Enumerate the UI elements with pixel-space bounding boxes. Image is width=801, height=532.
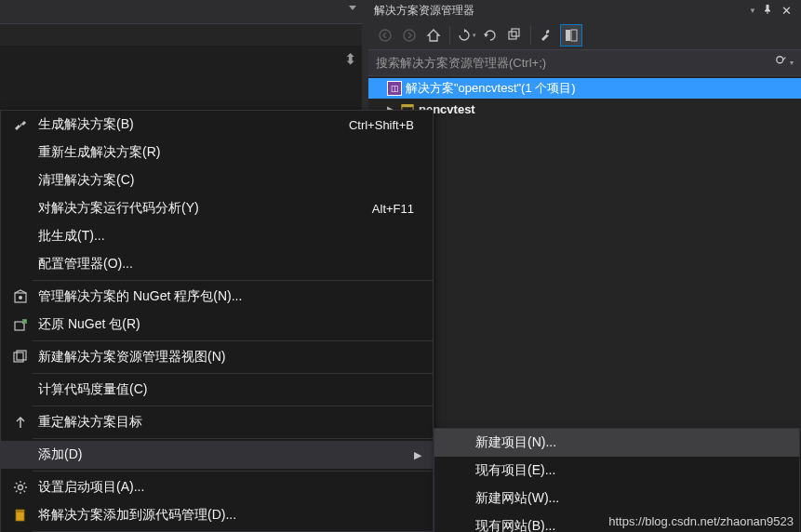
menu-label: 配置管理器(O)... bbox=[38, 256, 425, 273]
submenu-arrow-icon: ▶ bbox=[414, 449, 425, 461]
properties-icon[interactable] bbox=[536, 24, 558, 47]
solution-icon: ◫ bbox=[387, 81, 402, 96]
toolbar-separator bbox=[449, 26, 450, 45]
menu-item[interactable]: 将解决方案添加到源代码管理(D)... bbox=[1, 501, 433, 529]
split-icon[interactable]: ⬍ bbox=[344, 50, 356, 68]
nuget-icon bbox=[8, 289, 33, 304]
left-subtoolbar bbox=[0, 24, 362, 47]
menu-label: 清理解决方案(C) bbox=[38, 172, 425, 189]
watermark: https://blog.csdn.net/zhaonan9523 bbox=[608, 514, 794, 528]
refresh-icon[interactable] bbox=[479, 24, 501, 47]
menu-shortcut: Ctrl+Shift+B bbox=[349, 118, 425, 132]
submenu-item[interactable]: 新建项目(N)... bbox=[434, 429, 799, 457]
menu-label: 管理解决方案的 NuGet 程序包(N)... bbox=[38, 288, 425, 305]
menu-label: 将解决方案添加到源代码管理(D)... bbox=[38, 507, 425, 524]
menu-separator bbox=[33, 340, 433, 341]
menu-item[interactable]: 管理解决方案的 NuGet 程序包(N)... bbox=[1, 283, 433, 311]
menu-label: 生成解决方案(B) bbox=[38, 116, 349, 133]
menu-item[interactable]: 设置启动项目(A)... bbox=[1, 473, 433, 501]
menu-item[interactable]: 重新生成解决方案(R) bbox=[1, 139, 433, 166]
toolbar-separator bbox=[530, 26, 531, 45]
menu-item[interactable]: 批生成(T)... bbox=[1, 222, 433, 250]
menu-label: 对解决方案运行代码分析(Y) bbox=[38, 200, 372, 217]
sync-icon[interactable]: ▾ bbox=[455, 24, 477, 47]
menu-item[interactable]: 添加(D)▶ bbox=[1, 441, 433, 469]
submenu-item[interactable]: 新建网站(W)... bbox=[434, 485, 799, 512]
svg-rect-19 bbox=[16, 510, 24, 512]
build-icon bbox=[8, 117, 33, 132]
left-toolbar bbox=[0, 0, 362, 24]
menu-label: 添加(D) bbox=[38, 446, 414, 463]
submenu-label: 现有项目(E)... bbox=[475, 462, 792, 479]
menu-shortcut: Alt+F11 bbox=[372, 202, 425, 216]
restore-icon bbox=[8, 317, 33, 332]
menu-label: 重定解决方案目标 bbox=[38, 414, 425, 431]
menu-separator bbox=[33, 471, 433, 472]
toolbar-dropdown-icon[interactable] bbox=[349, 6, 356, 10]
svg-rect-4 bbox=[566, 30, 570, 41]
menu-separator bbox=[33, 438, 433, 439]
solution-explorer-titlebar: 解决方案资源管理器 ▼ ✕ bbox=[368, 0, 801, 20]
editor-body: ⬍ bbox=[0, 47, 362, 119]
submenu-label: 新建项目(N)... bbox=[475, 434, 792, 451]
menu-item[interactable]: 重定解决方案目标 bbox=[1, 408, 433, 436]
solution-explorer-toolbar: ▾ bbox=[368, 20, 801, 50]
panel-menu-dropdown[interactable]: ▼ bbox=[747, 7, 758, 15]
gear-icon bbox=[8, 480, 33, 495]
solution-explorer-search[interactable]: 搜索解决方案资源管理器(Ctrl+;) ▾ bbox=[368, 50, 801, 76]
menu-label: 批生成(T)... bbox=[38, 228, 425, 245]
retarget-icon bbox=[8, 415, 33, 430]
show-all-icon[interactable] bbox=[560, 24, 582, 47]
menu-item[interactable]: 清理解决方案(C) bbox=[1, 166, 433, 194]
newview-icon bbox=[8, 350, 33, 365]
menu-label: 设置启动项目(A)... bbox=[38, 479, 425, 496]
menu-label: 计算代码度量值(C) bbox=[38, 381, 425, 398]
forward-icon[interactable] bbox=[398, 24, 421, 47]
menu-separator bbox=[33, 280, 433, 281]
menu-label: 新建解决方案资源管理器视图(N) bbox=[38, 349, 425, 366]
menu-item[interactable]: 生成解决方案(B)Ctrl+Shift+B bbox=[1, 111, 433, 139]
menu-item[interactable]: 配置管理器(O)... bbox=[1, 250, 433, 278]
close-icon[interactable]: ✕ bbox=[777, 4, 795, 18]
submenu-label: 新建网站(W)... bbox=[475, 490, 792, 507]
menu-label: 重新生成解决方案(R) bbox=[38, 144, 425, 161]
menu-separator bbox=[33, 373, 433, 374]
home-icon[interactable] bbox=[422, 24, 445, 47]
menu-item[interactable]: 计算代码度量值(C) bbox=[1, 376, 433, 404]
svg-line-10 bbox=[20, 124, 21, 126]
svg-rect-9 bbox=[402, 105, 413, 108]
solution-context-menu: 生成解决方案(B)Ctrl+Shift+B重新生成解决方案(R)清理解决方案(C… bbox=[0, 110, 434, 532]
search-dropdown-icon[interactable]: ▾ bbox=[790, 59, 794, 67]
menu-item[interactable]: 对解决方案运行代码分析(Y)Alt+F11 bbox=[1, 194, 433, 222]
svg-point-0 bbox=[380, 30, 391, 41]
collapse-all-icon[interactable] bbox=[503, 24, 526, 47]
svg-rect-3 bbox=[512, 29, 519, 36]
menu-label: 还原 NuGet 包(R) bbox=[38, 316, 425, 333]
back-icon[interactable] bbox=[374, 24, 396, 47]
solution-label: 解决方案"opencvtest"(1 个项目) bbox=[406, 80, 576, 97]
source-icon bbox=[8, 508, 33, 523]
solution-explorer-title: 解决方案资源管理器 bbox=[374, 3, 747, 19]
svg-point-12 bbox=[19, 296, 22, 299]
menu-item[interactable]: 还原 NuGet 包(R) bbox=[1, 311, 433, 339]
submenu-item[interactable]: 现有项目(E)... bbox=[434, 457, 799, 485]
menu-separator bbox=[33, 406, 433, 406]
svg-rect-5 bbox=[571, 30, 577, 41]
search-placeholder: 搜索解决方案资源管理器(Ctrl+;) bbox=[376, 55, 775, 72]
menu-item[interactable]: 新建解决方案资源管理器视图(N) bbox=[1, 343, 433, 371]
svg-rect-2 bbox=[509, 32, 516, 39]
svg-point-1 bbox=[404, 30, 415, 41]
pin-icon[interactable] bbox=[758, 5, 777, 16]
svg-point-6 bbox=[777, 57, 783, 63]
solution-node[interactable]: ◫ 解决方案"opencvtest"(1 个项目) bbox=[368, 78, 801, 99]
search-icon[interactable] bbox=[775, 55, 788, 71]
svg-point-17 bbox=[19, 485, 23, 490]
